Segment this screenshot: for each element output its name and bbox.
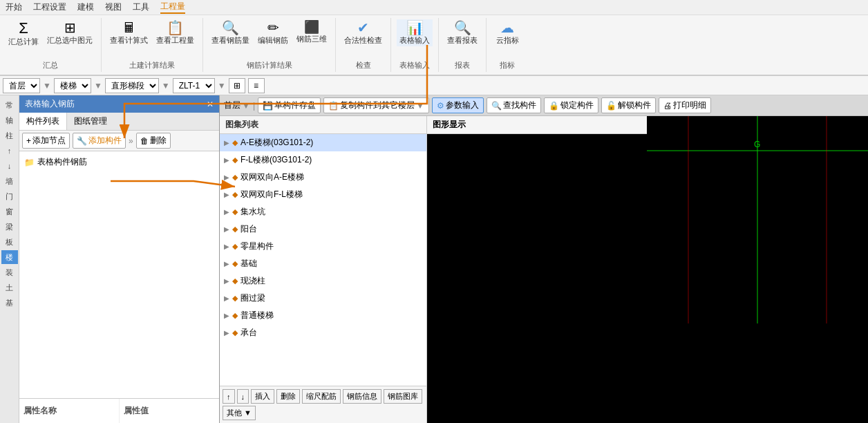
image-item-6[interactable]: ▶ ◆ 零星构件 (220, 238, 426, 255)
other-button[interactable]: 其他 ▼ (223, 406, 256, 420)
image-item-9[interactable]: ▶ ◆ 圈过梁 (220, 290, 426, 307)
graphic-canvas (427, 134, 647, 423)
diamond-icon-7: ◆ (232, 259, 238, 268)
image-item-label-9: 圈过梁 (240, 292, 265, 304)
cloud-index-button[interactable]: ☁ 云指标 (492, 19, 522, 46)
folder-icon: 📁 (24, 158, 35, 167)
menu-tools[interactable]: 工具 (133, 1, 149, 13)
nav-column[interactable]: 柱 (1, 129, 18, 142)
image-item-4[interactable]: ▶ ◆ 集水坑 (220, 203, 426, 220)
edit-rebar-button[interactable]: ✏ 编辑钢筋 (255, 19, 291, 46)
grid-view-button[interactable]: ⊞ (229, 78, 245, 93)
tree-root-label: 表格构件钢筋 (37, 156, 87, 168)
menu-start[interactable]: 开始 (6, 1, 22, 13)
rebar-library-button[interactable]: 钢筋图库 (384, 389, 422, 404)
insert-button[interactable]: 插入 (251, 389, 274, 404)
image-item-2[interactable]: ▶ ◆ 双网双向A-E楼梯 (220, 169, 426, 186)
diamond-icon-5: ◆ (232, 225, 238, 234)
legality-check-button[interactable]: ✔ 合法性检查 (341, 19, 385, 46)
image-item-5[interactable]: ▶ ◆ 阳台 (220, 220, 426, 238)
view-report-button[interactable]: 🔍 查看报表 (444, 19, 480, 46)
rebar-info-button[interactable]: 钢筋信息 (343, 389, 381, 404)
list-view-button[interactable]: ≡ (248, 78, 265, 93)
image-item-label-2: 双网双向A-E楼梯 (240, 171, 304, 183)
add-component-button[interactable]: 🔧 添加构件 (73, 133, 126, 149)
edit-rebar-icon: ✏ (267, 21, 279, 35)
nav-foundation[interactable]: 基 (1, 296, 18, 310)
table-input-button[interactable]: 📊 表格输入 (397, 19, 433, 46)
image-item-1[interactable]: ▶ ◆ F-L楼梯(03G101-2) (220, 151, 426, 169)
floor-selector[interactable]: 首层 二层 (3, 78, 40, 93)
image-item-7[interactable]: ▶ ◆ 基础 (220, 255, 426, 272)
copy-icon: 📋 (328, 101, 339, 111)
menu-view[interactable]: 视图 (105, 1, 122, 13)
scale-rebar-button[interactable]: 缩尺配筋 (302, 389, 341, 404)
nav-slab[interactable]: 板 (1, 235, 18, 249)
delete-button[interactable]: 删除 (276, 389, 300, 404)
expand-icon-9: ▶ (224, 294, 229, 302)
image-item-11[interactable]: ▶ ◆ 承台 (220, 324, 426, 341)
view-rebar-qty-button[interactable]: 🔍 查看钢筋量 (209, 19, 252, 46)
find-component-button[interactable]: 🔍 查找构件 (487, 97, 541, 113)
quantity-icon: 📋 (167, 21, 184, 35)
delete-tree-button[interactable]: 🗑 删除 (136, 133, 171, 149)
nav-decor[interactable]: 装 (1, 265, 18, 279)
tree-toolbar: + 添加节点 🔧 添加构件 » 🗑 删除 (19, 131, 219, 151)
print-detail-button[interactable]: 🖨 打印明细 (659, 97, 711, 113)
menu-quantity[interactable]: 工程量 (160, 1, 185, 14)
image-item-10[interactable]: ▶ ◆ 普通楼梯 (220, 307, 426, 324)
graphic-panel: 图形显示 (427, 116, 647, 423)
add-node-button[interactable]: + 添加节点 (22, 133, 70, 149)
view-formula-button[interactable]: 🖩 查看计算式 (107, 19, 151, 46)
menu-settings[interactable]: 工程设置 (33, 1, 66, 13)
table-input-panel: 首层 ▼ | 💾 单构件存盘 📋 复制构件到其它楼层 ▼ ⚙ 参数输入 (220, 95, 868, 423)
lock-component-button[interactable]: 🔒 锁定构件 (544, 97, 598, 113)
nav-down[interactable]: ↓ (1, 159, 18, 173)
image-item-label-7: 基础 (240, 258, 257, 270)
nav-door[interactable]: 门 (1, 189, 18, 203)
table-input-icon: 📊 (406, 21, 424, 35)
lock-icon: 🔒 (549, 101, 559, 111)
properties-panel: 属性名称 属性值 (19, 398, 219, 423)
dialog-tab-component-list[interactable]: 构件列表 (19, 113, 67, 130)
param-icon: ⚙ (437, 101, 444, 111)
calc-selected-button[interactable]: ⊞ 汇总选中图元 (44, 19, 95, 46)
move-down-button[interactable]: ↓ (237, 389, 249, 404)
component-type-selector[interactable]: 楼梯 柱 (54, 78, 91, 93)
copy-to-floor-button[interactable]: 📋 复制构件到其它楼层 ▼ (323, 97, 429, 113)
image-item-8[interactable]: ▶ ◆ 现浇柱 (220, 272, 426, 290)
save-component-button[interactable]: 💾 单构件存盘 (258, 97, 321, 113)
nav-axis[interactable]: 轴 (1, 113, 18, 127)
image-item-label-4: 集水坑 (240, 206, 265, 218)
image-item-label-3: 双网双向F-L楼梯 (240, 189, 303, 200)
delete-icon: 🗑 (140, 136, 149, 146)
image-item-3[interactable]: ▶ ◆ 双网双向F-L楼梯 (220, 186, 426, 203)
name-selector[interactable]: ZLT-1 ZLT-2 (173, 78, 215, 93)
unlock-component-button[interactable]: 🔓 解锁构件 (601, 97, 656, 113)
expand-icon-5: ▶ (224, 225, 229, 233)
dialog-tab-drawing-management[interactable]: 图纸管理 (67, 113, 114, 130)
expand-icon-7: ▶ (224, 260, 229, 267)
nav-stair[interactable]: 楼 (1, 250, 18, 264)
image-item-0[interactable]: ▶ ◆ A-E楼梯(03G101-2) (220, 134, 426, 151)
image-item-label-6: 零星构件 (240, 241, 274, 252)
menu-build[interactable]: 建模 (77, 1, 94, 13)
subtype-selector[interactable]: 直形梯段 弧形梯段 (105, 78, 159, 93)
view-quantity-button[interactable]: 📋 查看工程量 (153, 19, 197, 46)
formula-icon: 🖩 (122, 21, 136, 35)
nav-earthwork[interactable]: 土 (1, 281, 18, 294)
report-icon: 🔍 (454, 21, 471, 35)
param-input-button[interactable]: ⚙ 参数输入 (432, 97, 484, 113)
calc-all-button[interactable]: Σ 汇总计算 (6, 19, 41, 48)
dialog-close-icon[interactable]: ✕ (207, 100, 214, 109)
move-up-button[interactable]: ↑ (223, 389, 235, 404)
nav-beam[interactable]: 梁 (1, 220, 18, 234)
diamond-icon-6: ◆ (232, 242, 238, 251)
nav-window[interactable]: 窗 (1, 205, 18, 218)
nav-common[interactable]: 常 (1, 98, 18, 112)
nav-up[interactable]: ↑ (1, 144, 18, 158)
tree-root-item[interactable]: 📁 表格构件钢筋 (22, 154, 216, 170)
rebar-3d-icon: ⬛ (304, 21, 319, 33)
nav-wall[interactable]: 墙 (1, 174, 18, 188)
rebar-3d-button[interactable]: ⬛ 钢筋三维 (294, 19, 330, 45)
